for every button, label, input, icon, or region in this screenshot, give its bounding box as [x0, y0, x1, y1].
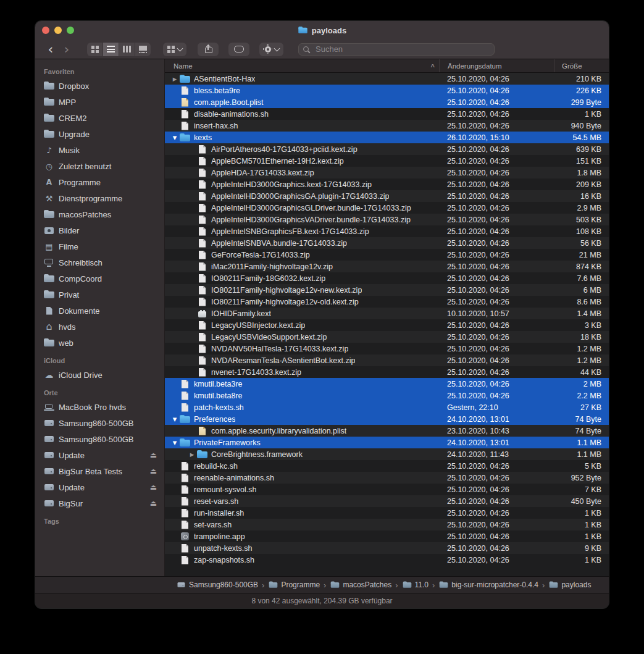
breadcrumb-item[interactable]: big-sur-micropatcher-0.4.4	[438, 581, 538, 589]
table-row[interactable]: ▼ Preferences 24.10.2020, 13:01 74 Byte	[165, 413, 609, 425]
eject-icon[interactable]: ⏏	[150, 467, 157, 476]
group-button[interactable]	[163, 43, 186, 56]
sidebar-item[interactable]: Privat	[35, 287, 164, 303]
sidebar-item[interactable]: MPP	[35, 94, 164, 110]
column-header-size[interactable]: Größe	[554, 59, 609, 72]
tags-button[interactable]	[228, 43, 249, 56]
table-row[interactable]: rebuild-kc.sh 25.10.2020, 04:26 5 KB	[165, 460, 609, 472]
table-row[interactable]: iMac2011Family-highvoltage12v.zip 25.10.…	[165, 261, 609, 272]
table-row[interactable]: reset-vars.sh 25.10.2020, 04:26 450 Byte	[165, 495, 609, 507]
sidebar-item[interactable]: Update ⏏	[35, 447, 164, 463]
sidebar-item[interactable]: A Programme	[35, 174, 164, 190]
table-row[interactable]: AppleIntelHD3000GraphicsGA.plugin-17G140…	[165, 190, 609, 202]
table-row[interactable]: NVDANV50HalTesla-17G14033.kext.zip 25.10…	[165, 343, 609, 354]
table-row[interactable]: ▶ CoreBrightness.framework 24.10.2020, 1…	[165, 448, 609, 460]
table-row[interactable]: nvenet-17G14033.kext.zip 25.10.2020, 04:…	[165, 366, 609, 378]
table-row[interactable]: remount-sysvol.sh 25.10.2020, 04:26 7 KB	[165, 484, 609, 495]
disclosure-triangle[interactable]: ▶	[187, 451, 197, 458]
table-row[interactable]: AirPortAtheros40-17G14033+pciid.kext.zip…	[165, 143, 609, 155]
eject-icon[interactable]: ⏏	[150, 451, 157, 459]
sidebar-item[interactable]: Samsung860-500GB	[35, 415, 164, 431]
column-header-date[interactable]: Änderungsdatum	[439, 59, 554, 72]
icon-view-button[interactable]	[87, 43, 103, 56]
breadcrumb-item[interactable]: payloads	[548, 581, 591, 589]
close-button[interactable]	[42, 27, 49, 34]
table-row[interactable]: AppleIntelSNBGraphicsFB.kext-17G14033.zi…	[165, 225, 609, 237]
zoom-button[interactable]	[67, 27, 74, 34]
forward-button[interactable]: ›	[59, 42, 75, 57]
table-row[interactable]: kmutil.beta8re 25.10.2020, 04:26 2.2 MB	[165, 390, 609, 401]
breadcrumb-item[interactable]: Programme	[268, 581, 320, 589]
sidebar-item[interactable]: Dokumente	[35, 303, 164, 319]
sidebar-item[interactable]: BigSur Beta Tests ⏏	[35, 463, 164, 479]
table-row[interactable]: insert-hax.sh 25.10.2020, 04:26 940 Byte	[165, 120, 609, 132]
search-input[interactable]	[314, 44, 490, 54]
titlebar[interactable]: payloads	[35, 21, 609, 40]
table-row[interactable]: LegacyUSBInjector.kext.zip 25.10.2020, 0…	[165, 319, 609, 331]
table-row[interactable]: ▶ ASentientBot-Hax 25.10.2020, 04:26 210…	[165, 73, 609, 85]
table-row[interactable]: unpatch-kexts.sh 25.10.2020, 04:26 9 KB	[165, 542, 609, 554]
column-header-name[interactable]: Name ^	[165, 62, 439, 70]
table-row[interactable]: AppleIntelHD3000GraphicsVADriver.bundle-…	[165, 214, 609, 225]
disclosure-triangle[interactable]: ▼	[170, 416, 180, 422]
table-row[interactable]: AppleHDA-17G14033.kext.zip 25.10.2020, 0…	[165, 167, 609, 178]
back-button[interactable]: ‹	[43, 42, 59, 57]
sidebar-item[interactable]: ♪ Musik	[35, 142, 164, 158]
sidebar-item[interactable]: Schreibtisch	[35, 254, 164, 270]
sidebar-item[interactable]: BigSur ⏏	[35, 495, 164, 511]
table-row[interactable]: IO80211Family-highvoltage12v-old.kext.zi…	[165, 296, 609, 308]
table-row[interactable]: AppleIntelHD3000Graphics.kext-17G14033.z…	[165, 178, 609, 190]
table-row[interactable]: IOHIDFamily.kext 10.10.2020, 10:57 1.4 M…	[165, 308, 609, 319]
disclosure-triangle[interactable]: ▼	[170, 135, 180, 141]
eject-icon[interactable]: ⏏	[150, 483, 157, 492]
gallery-view-button[interactable]	[135, 43, 151, 56]
table-row[interactable]: AppleBCM5701Ethernet-19H2.kext.zip 25.10…	[165, 155, 609, 167]
sidebar-item[interactable]: ◷ Zuletzt benutzt	[35, 158, 164, 174]
minimize-button[interactable]	[54, 27, 62, 34]
sidebar-item[interactable]: Bilder	[35, 222, 164, 238]
table-row[interactable]: IO80211Family-18G6032.kext.zip 25.10.202…	[165, 272, 609, 284]
table-row[interactable]: com.apple.Boot.plist 25.10.2020, 04:26 2…	[165, 96, 609, 108]
table-row[interactable]: AppleIntelSNBVA.bundle-17G14033.zip 25.1…	[165, 237, 609, 249]
action-button[interactable]	[259, 43, 283, 56]
column-view-button[interactable]	[119, 43, 135, 56]
sidebar-item[interactable]: ⚒ Dienstprogramme	[35, 190, 164, 206]
sidebar-item[interactable]: ▤ Filme	[35, 238, 164, 254]
table-row[interactable]: trampoline.app 25.10.2020, 04:26 1 KB	[165, 530, 609, 542]
table-row[interactable]: NVDAResmanTesla-ASentientBot.kext.zip 25…	[165, 354, 609, 366]
table-row[interactable]: IO80211Family-highvoltage12v-new.kext.zi…	[165, 284, 609, 296]
sidebar-item[interactable]: Update ⏏	[35, 479, 164, 495]
table-row[interactable]: patch-kexts.sh Gestern, 22:10 27 KB	[165, 401, 609, 413]
table-row[interactable]: ▼ kexts 26.10.2020, 15:10 54.5 MB	[165, 132, 609, 143]
sidebar-item[interactable]: ⌂ hvds	[35, 319, 164, 335]
table-row[interactable]: com.apple.security.libraryvalidation.pli…	[165, 425, 609, 437]
sidebar-item[interactable]: MacBook Pro hvds	[35, 399, 164, 415]
table-row[interactable]: run-installer.sh 25.10.2020, 04:26 1 KB	[165, 507, 609, 519]
sidebar-item[interactable]: Upgrade	[35, 126, 164, 142]
sidebar-item[interactable]: CompCoord	[35, 270, 164, 287]
table-row[interactable]: bless.beta9re 25.10.2020, 04:26 226 KB	[165, 85, 609, 96]
table-row[interactable]: zap-snapshots.sh 25.10.2020, 04:26 1 KB	[165, 554, 609, 566]
breadcrumb-item[interactable]: Samsung860-500GB	[176, 581, 258, 589]
sidebar-item[interactable]: CREM2	[35, 110, 164, 126]
table-row[interactable]: GeForceTesla-17G14033.zip 25.10.2020, 04…	[165, 249, 609, 261]
sidebar-item[interactable]: ☁ iCloud Drive	[35, 367, 164, 383]
table-row[interactable]: reenable-animations.sh 25.10.2020, 04:26…	[165, 472, 609, 484]
sidebar-item[interactable]: macosPatches	[35, 206, 164, 222]
sidebar-item[interactable]: Dropbox	[35, 78, 164, 94]
list-view-button[interactable]	[103, 43, 119, 56]
table-row[interactable]: LegacyUSBVideoSupport.kext.zip 25.10.202…	[165, 331, 609, 343]
share-button[interactable]	[198, 43, 219, 56]
table-row[interactable]: ▼ PrivateFrameworks 24.10.2020, 13:01 1.…	[165, 437, 609, 448]
disclosure-triangle[interactable]: ▼	[170, 440, 180, 446]
breadcrumb-item[interactable]: macosPatches	[330, 581, 391, 589]
table-row[interactable]: disable-animations.sh 25.10.2020, 04:26 …	[165, 108, 609, 120]
table-row[interactable]: kmutil.beta3re 25.10.2020, 04:26 2 MB	[165, 378, 609, 390]
breadcrumb-item[interactable]: 11.0	[402, 581, 429, 589]
eject-icon[interactable]: ⏏	[150, 499, 157, 508]
sidebar-item[interactable]: Samsung860-500GB	[35, 431, 164, 447]
table-row[interactable]: set-vars.sh 25.10.2020, 04:26 1 KB	[165, 519, 609, 530]
table-row[interactable]: AppleIntelHD3000GraphicsGLDriver.bundle-…	[165, 202, 609, 214]
disclosure-triangle[interactable]: ▶	[170, 76, 180, 82]
sidebar-item[interactable]: web	[35, 335, 164, 351]
